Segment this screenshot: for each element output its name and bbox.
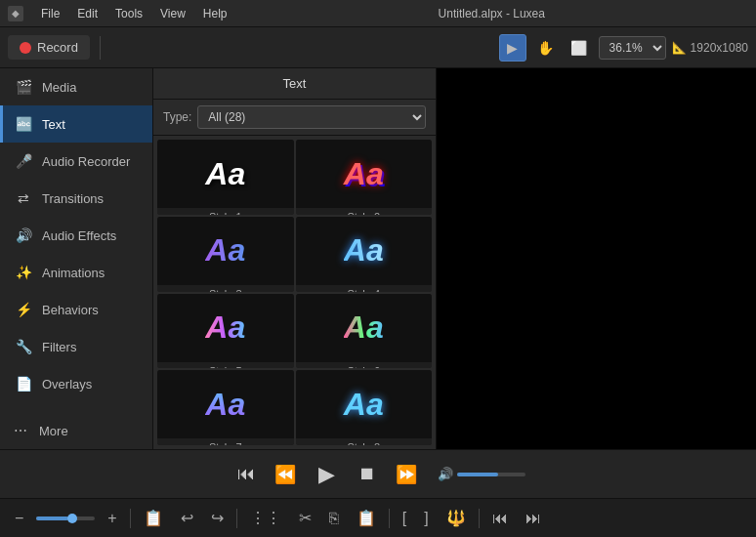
style-preview-text-2: Aa: [344, 156, 384, 192]
toolbar-separator: [100, 36, 101, 60]
style-item-2[interactable]: Aa Style 2: [296, 140, 433, 215]
main-layout: 🎬 Media 🔤 Text 🎤 Audio Recorder ⇄ Transi…: [0, 68, 756, 449]
volume-control: 🔊: [438, 467, 525, 481]
copy-button[interactable]: ⎘: [324, 508, 344, 529]
style-item-8[interactable]: Aa Style 8: [296, 370, 433, 445]
zoom-in-button[interactable]: +: [103, 508, 121, 529]
prev-frame-button[interactable]: ⏮: [487, 508, 513, 529]
volume-track[interactable]: [457, 473, 525, 476]
sidebar-more[interactable]: ⋯ More: [0, 412, 152, 449]
redo-button[interactable]: ↪: [206, 507, 229, 529]
filter-select[interactable]: All (28): [197, 105, 426, 129]
menu-help[interactable]: Help: [195, 5, 235, 22]
title-bar-left: ◆ File Edit Tools View Help: [8, 5, 235, 22]
style-item-7[interactable]: Aa Style 7: [157, 370, 294, 445]
style-preview-4: Aa: [296, 217, 433, 285]
app-icon: ◆: [8, 6, 23, 21]
sidebar: 🎬 Media 🔤 Text 🎤 Audio Recorder ⇄ Transi…: [0, 68, 153, 449]
resolution-icon: 📐: [672, 41, 687, 55]
sidebar-label-media: Media: [42, 80, 76, 95]
filters-icon: 🔧: [15, 338, 32, 355]
style-item-3[interactable]: Aa Style 3: [157, 217, 294, 292]
mark-in-button[interactable]: [: [398, 508, 411, 529]
sidebar-item-audio-effects[interactable]: 🔊 Audio Effects: [0, 217, 152, 254]
style-item-4[interactable]: Aa Style 4: [296, 217, 433, 292]
timeline-separator-4: [479, 509, 480, 528]
panel-title: Text: [153, 68, 436, 100]
style-preview-7: Aa: [157, 370, 294, 438]
style-preview-5: Aa: [157, 294, 294, 362]
sidebar-item-audio-recorder[interactable]: 🎤 Audio Recorder: [0, 143, 152, 180]
paste-button[interactable]: 📋: [352, 507, 381, 529]
app-title: Untitled.alpx - Luxea: [235, 7, 748, 21]
filter-label: Type:: [163, 110, 191, 124]
style-preview-text-1: Aa: [205, 156, 245, 192]
sidebar-item-media[interactable]: 🎬 Media: [0, 68, 152, 105]
split-button[interactable]: ⋮⋮: [245, 507, 286, 529]
sidebar-item-overlays[interactable]: 📄 Overlays: [0, 365, 152, 402]
resolution-value: 1920x1080: [691, 41, 748, 55]
sidebar-item-behaviors[interactable]: ⚡ Behaviors: [0, 291, 152, 328]
sidebar-label-behaviors: Behaviors: [42, 303, 99, 317]
hand-tool[interactable]: ✋: [532, 34, 560, 62]
style-grid: Aa Style 1 Aa Style 2 Aa Style 3: [153, 136, 436, 449]
zoom-fill: [36, 516, 68, 520]
menu-items: File Edit Tools View Help: [33, 5, 235, 22]
style-preview-text-6: Aa: [344, 310, 384, 346]
goto-start-button[interactable]: ⏮: [231, 459, 262, 490]
sidebar-label-animations: Animations: [42, 266, 105, 280]
step-back-button[interactable]: ⏪: [270, 459, 301, 490]
zoom-track[interactable]: [36, 516, 95, 520]
panel-filter: Type: All (28): [153, 100, 436, 136]
style-preview-text-8: Aa: [344, 387, 384, 423]
record-label: Record: [37, 40, 78, 55]
style-label-6: Style 6: [296, 362, 433, 369]
menu-file[interactable]: File: [33, 5, 67, 22]
timeline-separator-1: [130, 509, 131, 528]
menu-tools[interactable]: Tools: [107, 5, 150, 22]
record-button[interactable]: Record: [8, 35, 90, 60]
select-tool[interactable]: ▶: [499, 34, 526, 62]
style-preview-1: Aa: [157, 140, 294, 208]
behaviors-icon: ⚡: [15, 301, 32, 318]
sidebar-label-text: Text: [42, 117, 65, 132]
sidebar-more-label: More: [39, 424, 68, 438]
step-forward-button[interactable]: ⏩: [391, 459, 422, 490]
snap-button[interactable]: 🔱: [441, 507, 471, 529]
play-button[interactable]: ▶: [309, 457, 344, 492]
style-label-1: Style 1: [157, 208, 294, 215]
style-item-6[interactable]: Aa Style 6: [296, 294, 433, 369]
style-preview-text-3: Aa: [205, 232, 245, 268]
next-frame-button[interactable]: ⏭: [521, 508, 546, 529]
media-icon: 🎬: [15, 78, 32, 96]
style-label-8: Style 8: [296, 438, 433, 445]
style-label-7: Style 7: [157, 438, 294, 445]
more-icon: ⋯: [12, 422, 29, 439]
style-label-3: Style 3: [157, 285, 294, 292]
style-item-5[interactable]: Aa Style 5: [157, 294, 294, 369]
sidebar-item-animations[interactable]: ✨ Animations: [0, 254, 152, 291]
menu-view[interactable]: View: [152, 5, 193, 22]
undo-button[interactable]: ↩: [176, 507, 198, 529]
audio-recorder-icon: 🎤: [15, 152, 32, 170]
mark-out-button[interactable]: ]: [419, 508, 433, 529]
zoom-thumb: [67, 514, 77, 523]
transport-bar: ⏮ ⏪ ▶ ⏹ ⏩ 🔊: [0, 449, 756, 498]
style-preview-text-4: Aa: [344, 232, 384, 268]
zoom-out-button[interactable]: −: [10, 508, 28, 529]
stop-button[interactable]: ⏹: [352, 459, 383, 490]
sidebar-item-text[interactable]: 🔤 Text: [0, 105, 152, 143]
style-preview-8: Aa: [296, 370, 433, 438]
title-bar: ◆ File Edit Tools View Help Untitled.alp…: [0, 0, 756, 27]
style-item-1[interactable]: Aa Style 1: [157, 140, 294, 215]
zoom-select[interactable]: 36.1%: [599, 36, 666, 60]
sidebar-item-transitions[interactable]: ⇄ Transitions: [0, 180, 152, 217]
style-preview-6: Aa: [296, 294, 433, 362]
menu-edit[interactable]: Edit: [69, 5, 105, 22]
crop-tool[interactable]: ⬜: [566, 34, 593, 62]
cut-button[interactable]: ✂: [294, 507, 316, 529]
sidebar-label-filters: Filters: [42, 340, 76, 354]
sidebar-item-filters[interactable]: 🔧 Filters: [0, 328, 152, 365]
add-track-button[interactable]: 📋: [139, 507, 168, 529]
timeline-separator-3: [389, 509, 390, 528]
